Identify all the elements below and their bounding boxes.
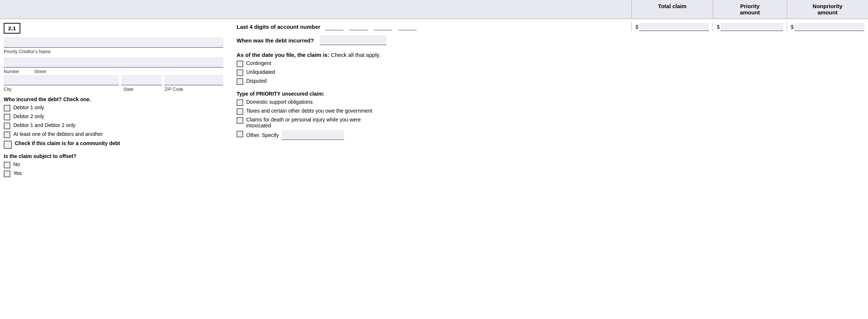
- account-number-label: Last 4 digits of account number: [237, 24, 321, 30]
- other-specify-input[interactable]: [282, 130, 344, 140]
- amounts-row: $ $ $: [624, 19, 868, 35]
- account-number-row: Last 4 digits of account number: [237, 23, 617, 30]
- yes-item: Yes: [4, 170, 223, 177]
- row-number: 2.1: [4, 23, 20, 34]
- debtor1-only-item: Debtor 1 only: [4, 104, 223, 112]
- amount-columns-panel: $ $ $: [624, 19, 868, 35]
- other-item: Other. Specify: [237, 130, 617, 140]
- community-debt-item: Check if this claim is for a community d…: [4, 140, 223, 149]
- death-injury-item: Claims for death or personal injury whil…: [237, 117, 617, 128]
- header-row: Total claim Priorityamount Nonpriorityam…: [0, 0, 868, 19]
- at-least-one-item: At least one of the debtors and another: [4, 131, 223, 138]
- unliquidated-item: Unliquidated: [237, 69, 617, 76]
- unliquidated-label: Unliquidated: [246, 69, 275, 75]
- at-least-one-checkbox[interactable]: [4, 131, 10, 138]
- other-specify-row: Other. Specify: [246, 130, 344, 140]
- priority-dollar-sign: $: [717, 24, 720, 30]
- account-blank-4[interactable]: [398, 23, 417, 30]
- header-nonpriority-amount: Nonpriorityamount: [787, 0, 868, 18]
- info-section: Last 4 digits of account number When was…: [229, 19, 624, 150]
- total-dollar-sign: $: [635, 24, 638, 30]
- other-label: Other. Specify: [246, 132, 279, 138]
- main-body: 2.1 Priority Creditor's Name Number Stre…: [0, 19, 868, 183]
- number-street-input[interactable]: [4, 57, 223, 68]
- domestic-support-label: Domestic support obligations: [246, 99, 313, 105]
- disputed-item: Disputed: [237, 78, 617, 85]
- page-wrapper: Total claim Priorityamount Nonpriorityam…: [0, 0, 868, 319]
- no-label: No: [13, 161, 20, 167]
- nonpriority-amount-dollar-row: $: [791, 23, 864, 31]
- total-claim-input[interactable]: [639, 23, 709, 31]
- domestic-support-item: Domestic support obligations: [237, 99, 617, 106]
- debtor2-only-checkbox[interactable]: [4, 114, 10, 120]
- claim-status-heading: As of the date you file, the claim is: C…: [237, 52, 617, 58]
- creditor-name-input[interactable]: [4, 37, 223, 48]
- claim-status-section: As of the date you file, the claim is: C…: [237, 52, 617, 85]
- debtor1-only-checkbox[interactable]: [4, 105, 10, 112]
- debt-incurred-row: When was the debt incurred?: [237, 35, 617, 45]
- debtor1-only-label: Debtor 1 only: [13, 104, 44, 110]
- account-blank-2[interactable]: [349, 23, 368, 30]
- no-checkbox[interactable]: [4, 162, 10, 168]
- who-incurred-heading: Who incurred the debt? Check one.: [4, 96, 223, 102]
- no-item: No: [4, 161, 223, 168]
- debtor2-only-label: Debtor 2 only: [13, 113, 44, 119]
- total-claim-dollar-row: $: [635, 23, 709, 31]
- priority-amount-dollar-row: $: [717, 23, 783, 31]
- nonpriority-amount-input[interactable]: [794, 23, 864, 31]
- contingent-checkbox[interactable]: [237, 61, 243, 67]
- claim-status-bold: As of the date you file, the claim is:: [237, 52, 329, 58]
- priority-amount-input[interactable]: [720, 23, 783, 31]
- taxes-item: Taxes and certain other debts you owe th…: [237, 108, 617, 115]
- death-injury-checkbox[interactable]: [237, 117, 243, 124]
- left-form-panel: 2.1 Priority Creditor's Name Number Stre…: [0, 19, 229, 183]
- account-blank-1[interactable]: [325, 23, 343, 30]
- address-row: [4, 75, 223, 85]
- other-checkbox[interactable]: [237, 131, 243, 137]
- disputed-label: Disputed: [246, 78, 267, 84]
- priority-amount-label: Priorityamount: [740, 3, 760, 16]
- debtor1-and-debtor2-label: Debtor 1 and Debtor 2 only: [13, 122, 75, 128]
- yes-checkbox[interactable]: [4, 171, 10, 177]
- unliquidated-checkbox[interactable]: [237, 69, 243, 76]
- contingent-label: Contingent: [246, 60, 271, 66]
- debtor1-and-debtor2-item: Debtor 1 and Debtor 2 only: [4, 122, 223, 129]
- subject-to-offset-heading: Is the claim subject to offset?: [4, 153, 223, 159]
- nonpriority-amount-input-col: $: [787, 23, 868, 31]
- at-least-one-label: At least one of the debtors and another: [13, 131, 103, 137]
- account-blanks: [325, 23, 417, 30]
- account-blank-3[interactable]: [374, 23, 392, 30]
- nonpriority-amount-label: Nonpriorityamount: [813, 3, 842, 16]
- priority-type-section: Type of PRIORITY unsecured claim: Domest…: [237, 91, 617, 140]
- total-claim-input-col: $: [631, 23, 713, 31]
- disputed-checkbox[interactable]: [237, 78, 243, 85]
- addr-labels: City State ZIP Code: [4, 87, 223, 92]
- state-input[interactable]: [121, 75, 162, 85]
- contingent-item: Contingent: [237, 60, 617, 67]
- domestic-support-checkbox[interactable]: [237, 99, 243, 106]
- community-debt-checkbox[interactable]: [4, 141, 12, 149]
- debtor2-only-item: Debtor 2 only: [4, 113, 223, 120]
- number-street-labels: Number Street: [4, 69, 223, 74]
- yes-label: Yes: [13, 170, 22, 176]
- right-top-area: Last 4 digits of account number When was…: [229, 19, 868, 150]
- taxes-label: Taxes and certain other debts you owe th…: [246, 108, 372, 114]
- priority-amount-input-col: $: [713, 23, 787, 31]
- header-total-claim: Total claim: [631, 0, 713, 18]
- nonpriority-dollar-sign: $: [791, 24, 794, 30]
- city-input[interactable]: [4, 75, 119, 85]
- debtor1-and-debtor2-checkbox[interactable]: [4, 123, 10, 129]
- header-priority-amount: Priorityamount: [713, 0, 787, 18]
- community-debt-label: Check if this claim is for a community d…: [15, 140, 120, 146]
- priority-type-heading: Type of PRIORITY unsecured claim:: [237, 91, 617, 97]
- claim-status-normal: Check all that apply.: [331, 52, 380, 58]
- debt-incurred-input[interactable]: [320, 35, 386, 45]
- right-panel: Last 4 digits of account number When was…: [229, 19, 868, 183]
- debt-incurred-label: When was the debt incurred?: [237, 37, 314, 44]
- taxes-checkbox[interactable]: [237, 108, 243, 115]
- creditor-name-label: Priority Creditor's Name: [4, 49, 223, 54]
- death-injury-label: Claims for death or personal injury whil…: [246, 117, 361, 128]
- zip-input[interactable]: [164, 75, 223, 85]
